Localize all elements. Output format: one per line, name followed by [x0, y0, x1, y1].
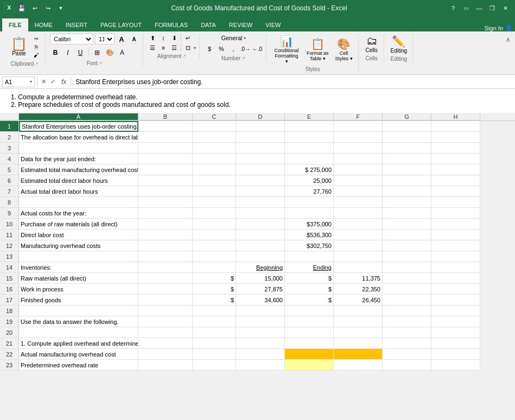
cell-r15-a[interactable]: Raw materials (all direct)	[19, 273, 138, 284]
cell-r6-d[interactable]	[236, 175, 285, 186]
cell-r7-g[interactable]	[383, 186, 431, 197]
row-header-4[interactable]: 4	[0, 154, 18, 164]
col-header-a[interactable]: A	[19, 113, 138, 120]
col-header-f[interactable]: F	[334, 113, 383, 120]
cell-r20-g[interactable]	[383, 327, 431, 338]
cell-r19-d[interactable]	[236, 316, 285, 327]
cell-r9-a[interactable]: Actual costs for the year:	[19, 208, 138, 219]
cell-r1-b[interactable]	[138, 121, 193, 132]
decrease-decimal-button[interactable]: ←.0	[252, 43, 263, 54]
cell-r8-h[interactable]	[431, 197, 480, 208]
cell-r20-b[interactable]	[138, 327, 193, 338]
cell-r6-b[interactable]	[138, 175, 193, 186]
cell-r10-h[interactable]	[431, 219, 480, 230]
comma-button[interactable]: ,	[228, 43, 239, 54]
cell-r11-a[interactable]: Direct labor cost	[19, 230, 138, 240]
cell-r19-a[interactable]: Use the data to answer the following.	[19, 316, 138, 327]
cell-r16-f[interactable]: 22,350	[334, 284, 383, 295]
cell-r13-g[interactable]	[383, 251, 431, 262]
select-all-button[interactable]	[0, 113, 19, 120]
cell-r17-a[interactable]: Finished goods	[19, 295, 138, 306]
cell-r21-c[interactable]	[193, 338, 236, 349]
cell-r18-f[interactable]	[334, 306, 383, 316]
cell-r6-h[interactable]	[431, 175, 480, 186]
cell-r13-h[interactable]	[431, 251, 480, 262]
center-align-button[interactable]: ≡	[158, 43, 168, 52]
copy-button[interactable]: ⎘	[31, 43, 42, 50]
cell-r11-f[interactable]	[334, 230, 383, 240]
cell-r16-d[interactable]: 27,875	[236, 284, 285, 295]
sign-in-label[interactable]: Sign In	[485, 25, 503, 31]
currency-button[interactable]: $	[204, 43, 215, 54]
cell-r23-a[interactable]: Predetermined overhead rate	[19, 360, 138, 371]
cell-r14-h[interactable]	[431, 262, 480, 273]
row-header-5[interactable]: 5	[0, 164, 18, 175]
cell-r7-a[interactable]: Actual total direct labor hours	[19, 186, 138, 197]
clipboard-expand-icon[interactable]: ↗	[35, 61, 39, 66]
redo-icon[interactable]: ↪	[42, 3, 53, 14]
cell-r15-g[interactable]	[383, 273, 431, 284]
minimize-button[interactable]: —	[474, 3, 485, 14]
cell-r5-b[interactable]	[138, 164, 193, 175]
cell-r19-h[interactable]	[431, 316, 480, 327]
cell-r1-g[interactable]	[383, 121, 431, 132]
cell-r14-e[interactable]: Ending	[285, 262, 334, 273]
cell-r3-a[interactable]	[19, 143, 138, 154]
cell-r2-a[interactable]: The allocation base for overhead is dire…	[19, 132, 138, 143]
cell-r21-b[interactable]	[138, 338, 193, 349]
cell-r20-c[interactable]	[193, 327, 236, 338]
cell-r13-c[interactable]	[193, 251, 236, 262]
cell-r4-d[interactable]	[236, 154, 285, 164]
cell-r21-h[interactable]	[431, 338, 480, 349]
cell-reference-box[interactable]: A1 ▾	[2, 77, 35, 87]
cell-r9-g[interactable]	[383, 208, 431, 219]
row-header-17[interactable]: 17	[0, 295, 18, 306]
cell-r13-a[interactable]	[19, 251, 138, 262]
merge-center-button[interactable]: ⊡	[183, 43, 193, 52]
cell-r9-c[interactable]	[193, 208, 236, 219]
cell-r9-h[interactable]	[431, 208, 480, 219]
row-header-20[interactable]: 20	[0, 327, 18, 338]
cell-r22-a[interactable]: Actual manufacturing overhead cost	[19, 349, 138, 360]
cell-r18-h[interactable]	[431, 306, 480, 316]
cell-r15-b[interactable]	[138, 273, 193, 284]
cell-r3-d[interactable]	[236, 143, 285, 154]
cell-r9-e[interactable]	[285, 208, 334, 219]
cell-r23-b[interactable]	[138, 360, 193, 371]
cell-r9-d[interactable]	[236, 208, 285, 219]
increase-decimal-button[interactable]: .0→	[240, 43, 251, 54]
cell-r22-d[interactable]	[236, 349, 285, 360]
cell-r1-h[interactable]	[431, 121, 480, 132]
cell-r3-c[interactable]	[193, 143, 236, 154]
cell-r16-e[interactable]: $	[285, 284, 334, 295]
cell-r7-e[interactable]: 27,760	[285, 186, 334, 197]
cell-r17-e[interactable]: $	[285, 295, 334, 306]
row-header-14[interactable]: 14	[0, 262, 18, 273]
tab-formulas[interactable]: FORMULAS	[148, 18, 194, 31]
decrease-font-size-button[interactable]: A	[129, 34, 139, 44]
confirm-formula-button[interactable]: ✓	[49, 78, 57, 85]
cell-r11-d[interactable]	[236, 230, 285, 240]
cell-r4-e[interactable]	[285, 154, 334, 164]
cell-r23-e[interactable]	[285, 360, 334, 371]
cell-r8-c[interactable]	[193, 197, 236, 208]
font-size-select[interactable]: 11	[95, 34, 115, 44]
cell-r21-d[interactable]	[236, 338, 285, 349]
cell-r10-c[interactable]	[193, 219, 236, 230]
borders-button[interactable]: ⊞	[92, 47, 103, 58]
cell-r23-c[interactable]	[193, 360, 236, 371]
cell-r19-g[interactable]	[383, 316, 431, 327]
cell-r5-g[interactable]	[383, 164, 431, 175]
col-header-e[interactable]: E	[285, 113, 334, 120]
right-align-button[interactable]: ☲	[169, 43, 179, 52]
cell-r17-b[interactable]	[138, 295, 193, 306]
cell-styles-button[interactable]: 🎨 Cell Styles ▾	[333, 36, 355, 62]
cell-r15-d[interactable]: 15,000	[236, 273, 285, 284]
row-header-1[interactable]: 1	[0, 121, 18, 132]
cell-r3-h[interactable]	[431, 143, 480, 154]
cell-r5-h[interactable]	[431, 164, 480, 175]
increase-font-size-button[interactable]: A	[116, 34, 127, 44]
cell-r5-f[interactable]	[334, 164, 383, 175]
cell-r9-b[interactable]	[138, 208, 193, 219]
cell-r4-h[interactable]	[431, 154, 480, 164]
